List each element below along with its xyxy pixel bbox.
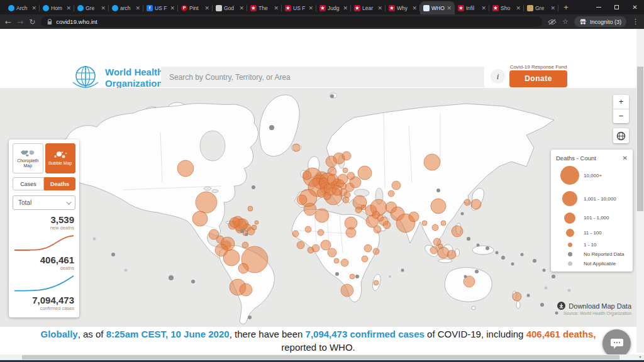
reload-icon[interactable]: ↻: [29, 18, 35, 26]
tab-close-icon[interactable]: ✕: [101, 5, 106, 11]
address-bar[interactable]: covid19.who.int: [41, 16, 542, 27]
death-count-bubble[interactable]: [323, 192, 331, 200]
bookmark-star-icon[interactable]: ☆: [562, 18, 569, 26]
death-count-bubble[interactable]: [441, 221, 446, 226]
not-applicable-dot[interactable]: [93, 238, 96, 241]
back-icon[interactable]: ←: [5, 18, 11, 26]
tab-close-icon[interactable]: ✕: [550, 5, 555, 11]
no-reported-data-dot[interactable]: [191, 280, 195, 283]
browser-tab[interactable]: fUS F✕: [143, 1, 178, 14]
no-reported-data-dot[interactable]: [533, 259, 536, 263]
browser-tab[interactable]: Hom✕: [40, 1, 74, 14]
no-reported-data-dot[interactable]: [436, 189, 440, 192]
zoom-out-button[interactable]: −: [613, 109, 629, 123]
not-applicable-dot[interactable]: [389, 275, 391, 278]
tab-close-icon[interactable]: ✕: [377, 5, 382, 11]
no-reported-data-dot[interactable]: [355, 275, 359, 278]
death-count-bubble[interactable]: [297, 241, 304, 249]
death-count-bubble[interactable]: [304, 203, 316, 216]
browser-tab[interactable]: ★Lear✕: [351, 1, 386, 14]
death-count-bubble[interactable]: [374, 226, 381, 233]
tab-close-icon[interactable]: ✕: [447, 5, 452, 11]
browser-tab[interactable]: Gre✕: [524, 1, 558, 14]
death-count-bubble[interactable]: [343, 197, 349, 203]
incognito-badge[interactable]: Incognito (3): [574, 16, 626, 27]
browser-tab[interactable]: arch✕: [109, 1, 143, 14]
close-button[interactable]: ✕: [626, 0, 644, 14]
death-count-bubble[interactable]: [364, 244, 372, 252]
death-count-bubble[interactable]: [255, 221, 258, 224]
death-count-bubble[interactable]: [471, 199, 481, 209]
info-icon[interactable]: i: [491, 69, 505, 84]
death-count-bubble[interactable]: [374, 280, 379, 285]
death-count-bubble[interactable]: [321, 240, 331, 250]
eye-off-icon[interactable]: [548, 19, 557, 25]
browser-tab[interactable]: ★Judg✕: [316, 1, 351, 14]
browser-tab[interactable]: Arch✕: [5, 1, 40, 14]
death-count-bubble[interactable]: [223, 250, 240, 266]
donate-button[interactable]: Donate: [509, 70, 567, 87]
tab-close-icon[interactable]: ✕: [274, 5, 279, 11]
no-reported-data-dot[interactable]: [169, 275, 174, 280]
death-count-bubble[interactable]: [248, 206, 253, 211]
death-count-bubble[interactable]: [464, 199, 470, 206]
minimize-button[interactable]: [589, 0, 608, 14]
no-reported-data-dot[interactable]: [401, 269, 404, 272]
browser-tab[interactable]: Gre✕: [74, 1, 109, 14]
globe-reset-button[interactable]: [613, 128, 629, 143]
death-count-bubble[interactable]: [513, 292, 521, 301]
death-count-bubble[interactable]: [252, 225, 257, 230]
death-count-bubble[interactable]: [347, 172, 355, 180]
death-count-bubble[interactable]: [196, 192, 217, 213]
death-count-bubble[interactable]: [447, 250, 456, 259]
tab-close-icon[interactable]: ✕: [66, 5, 71, 11]
no-reported-data-dot[interactable]: [240, 229, 244, 233]
no-reported-data-dot[interactable]: [269, 125, 274, 130]
death-count-bubble[interactable]: [177, 160, 194, 177]
no-reported-data-dot[interactable]: [543, 269, 546, 272]
death-count-bubble[interactable]: [409, 212, 419, 222]
death-count-bubble[interactable]: [292, 231, 299, 237]
zoom-in-button[interactable]: +: [613, 95, 629, 109]
no-reported-data-dot[interactable]: [486, 246, 489, 250]
world-map[interactable]: + − Choropleth Map Bubble Map Cases Deat…: [0, 88, 636, 327]
not-applicable-dot[interactable]: [545, 287, 548, 290]
death-count-bubble[interactable]: [392, 181, 401, 190]
tab-close-icon[interactable]: ✕: [308, 5, 313, 11]
tab-close-icon[interactable]: ✕: [239, 5, 244, 11]
death-count-bubble[interactable]: [334, 258, 339, 263]
browser-tab[interactable]: ★Infil✕: [455, 1, 489, 14]
new-tab-button[interactable]: +: [558, 1, 574, 14]
cases-toggle-button[interactable]: Cases: [13, 177, 44, 190]
no-reported-data-dot[interactable]: [521, 253, 524, 256]
death-count-bubble[interactable]: [355, 207, 362, 213]
no-reported-data-dot[interactable]: [111, 253, 115, 256]
no-reported-data-dot[interactable]: [552, 275, 555, 278]
death-count-bubble[interactable]: [343, 168, 348, 173]
death-count-bubble[interactable]: [328, 248, 336, 257]
no-reported-data-dot[interactable]: [511, 263, 514, 266]
no-reported-data-dot[interactable]: [475, 270, 479, 273]
death-count-bubble[interactable]: [242, 242, 248, 248]
tab-close-icon[interactable]: ✕: [31, 5, 36, 11]
no-reported-data-dot[interactable]: [496, 251, 499, 255]
horizontal-scrollbar-thumb[interactable]: [22, 355, 619, 359]
death-count-bubble[interactable]: [240, 283, 252, 296]
death-count-bubble[interactable]: [430, 246, 438, 254]
death-count-bubble[interactable]: [383, 221, 391, 229]
no-reported-data-dot[interactable]: [467, 237, 470, 241]
browser-tab[interactable]: ★Why✕: [386, 1, 420, 14]
death-count-bubble[interactable]: [341, 284, 353, 297]
tab-close-icon[interactable]: ✕: [343, 5, 348, 11]
no-reported-data-dot[interactable]: [248, 315, 252, 319]
tab-close-icon[interactable]: ✕: [516, 5, 521, 11]
chat-widget-button[interactable]: [602, 329, 631, 358]
menu-kebab-icon[interactable]: ⋮: [632, 18, 639, 26]
no-reported-data-dot[interactable]: [477, 244, 480, 247]
total-dropdown[interactable]: Total: [13, 195, 75, 210]
browser-tab[interactable]: ★US F✕: [282, 1, 316, 14]
tab-close-icon[interactable]: ✕: [135, 5, 140, 11]
vertical-scrollbar[interactable]: [636, 29, 644, 353]
choropleth-map-button[interactable]: Choropleth Map: [13, 143, 43, 173]
download-map-data-button[interactable]: Download Map Data: [557, 302, 631, 310]
